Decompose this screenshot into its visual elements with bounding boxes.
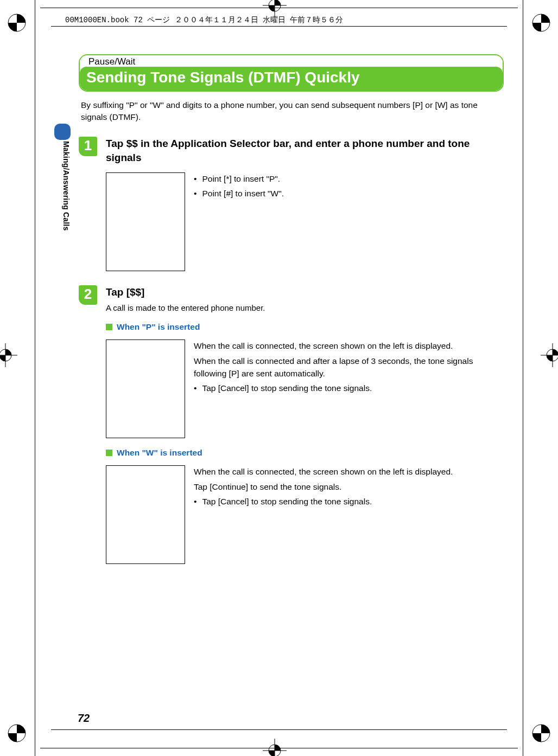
step-heading: Tap [$$] xyxy=(106,282,504,299)
bullet-icon: • xyxy=(194,495,196,508)
print-frame-vline xyxy=(35,0,35,756)
step-subtext: A call is made to the entered phone numb… xyxy=(106,303,504,312)
side-tab-icon xyxy=(54,124,71,140)
bullet-icon: • xyxy=(194,187,196,200)
bullet-icon: • xyxy=(194,172,196,185)
side-section-label: Making/Answering Calls xyxy=(54,141,71,230)
intro-paragraph: By suffixing "P" or "W" and digits to a … xyxy=(81,99,502,123)
square-icon xyxy=(106,324,112,330)
registration-mark-icon xyxy=(0,343,17,367)
paragraph: When the call is connected, the screen s… xyxy=(194,339,504,352)
registration-mark-icon xyxy=(263,739,287,756)
bullet-text: Point [*] to insert "P". xyxy=(202,172,280,185)
subheading-text: When "P" is inserted xyxy=(117,322,200,332)
crop-mark-icon xyxy=(7,723,27,743)
step-bullets: •Point [*] to insert "P". •Point [#] to … xyxy=(194,172,504,202)
paragraph: When the call is connected and after a l… xyxy=(194,355,504,380)
step-1: 1 Tap $$ in the Application Selector bar… xyxy=(79,133,504,271)
subheading-w: When "W" is inserted xyxy=(106,448,504,458)
bullet-text: Tap [Cancel] to stop sending the tone si… xyxy=(202,382,372,395)
step-number-chip: 2 xyxy=(79,285,97,305)
crop-mark-icon xyxy=(531,723,551,743)
paragraph: Tap [Continue] to send the tone signals. xyxy=(194,480,504,493)
step-heading: Tap $$ in the Application Selector bar, … xyxy=(106,133,504,164)
bullet-text: Tap [Cancel] to stop sending the tone si… xyxy=(202,495,372,508)
bullet-text: Point [#] to insert "W". xyxy=(202,187,284,200)
content-area: Pause/Wait Sending Tone Signals (DTMF) Q… xyxy=(79,54,504,564)
step-2: 2 Tap [$$] A call is made to the entered… xyxy=(79,282,504,565)
bullet-icon: • xyxy=(194,382,196,395)
section-body: When the call is connected, the screen s… xyxy=(194,339,504,396)
step-number: 2 xyxy=(79,282,97,565)
screenshot-placeholder xyxy=(106,339,185,438)
print-frame-vline xyxy=(523,0,523,756)
crop-mark-icon xyxy=(7,13,27,33)
registration-mark-icon xyxy=(541,343,558,367)
square-icon xyxy=(106,450,112,456)
screenshot-placeholder xyxy=(106,172,185,271)
crop-mark-icon xyxy=(531,13,551,33)
paragraph: When the call is connected, the screen s… xyxy=(194,465,504,478)
screenshot-placeholder xyxy=(106,465,185,564)
title-pill: Pause/Wait Sending Tone Signals (DTMF) Q… xyxy=(79,54,504,92)
subheading-text: When "W" is inserted xyxy=(117,448,202,458)
subheading-p: When "P" is inserted xyxy=(106,322,504,332)
section-body: When the call is connected, the screen s… xyxy=(194,465,504,510)
step-number-chip: 1 xyxy=(79,137,97,156)
page-title: Sending Tone Signals (DTMF) Quickly xyxy=(80,67,503,91)
header-meta: 00M1000EN.book 72 ページ ２００４年１１月２４日 水曜日 午前… xyxy=(65,15,493,25)
page-number: 72 xyxy=(78,712,90,725)
step-number: 1 xyxy=(79,133,97,271)
eyebrow-title: Pause/Wait xyxy=(80,55,503,67)
